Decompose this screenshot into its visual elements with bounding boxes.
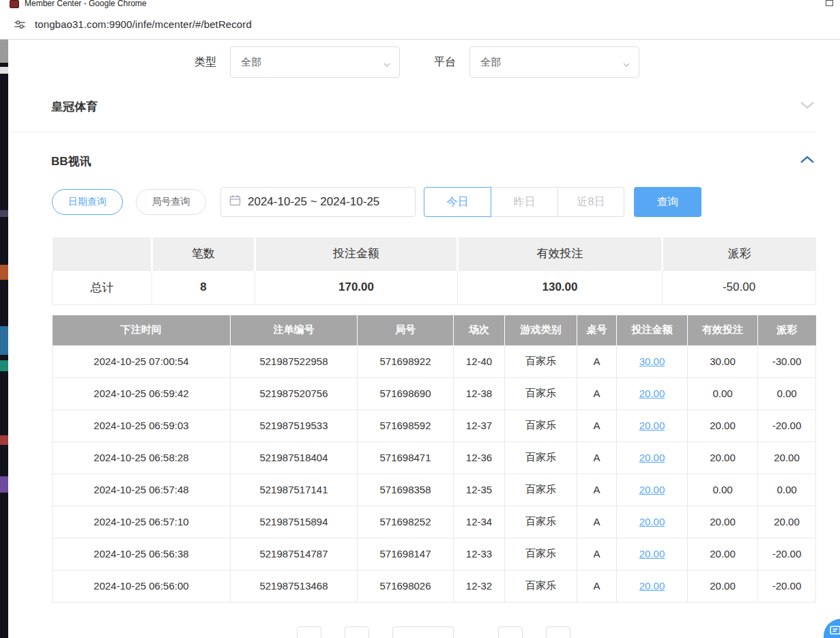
col-order-no: 注单编号 (231, 315, 358, 345)
date-range-input[interactable]: 2024-10-25 ~ 2024-10-25 (220, 187, 416, 217)
col-bet-time: 下注时间 (53, 315, 231, 345)
chevron-up-icon (799, 155, 815, 167)
tab-date-query[interactable]: 日期查询 (52, 189, 123, 215)
maximize-icon[interactable] (826, 0, 833, 6)
pagination-page-size-select[interactable] (392, 626, 454, 638)
strip-fragment (0, 265, 8, 280)
bet-amount-link[interactable]: 20.00 (639, 452, 665, 463)
cell-valid-bet: 20.00 (688, 506, 758, 538)
pagination-prev-button[interactable] (297, 626, 321, 638)
cell-order-no: 521987522958 (231, 345, 358, 377)
cell-time: 2024-10-25 06:59:03 (53, 409, 231, 441)
section-bb-video[interactable]: BB视讯 (51, 143, 815, 179)
cell-payout: -20.00 (758, 570, 816, 602)
calendar-icon (229, 194, 241, 209)
cell-payout: 20.00 (758, 441, 816, 474)
cell-round-no: 571698690 (358, 377, 454, 409)
last-8-days-button[interactable]: 近8日 (558, 187, 624, 217)
cell-table-no: A (577, 474, 617, 506)
pagination-jump-input[interactable] (546, 626, 570, 638)
bet-amount-link[interactable]: 20.00 (639, 484, 665, 495)
app-favicon-icon (10, 0, 19, 8)
cell-session: 12-40 (454, 345, 505, 377)
platform-filter-value: 全部 (480, 56, 501, 69)
pagination-page-button[interactable] (345, 626, 369, 638)
cell-table-no: A (577, 506, 617, 538)
cell-payout: -20.00 (758, 409, 816, 441)
table-row: 2024-10-25 06:57:10 521987515894 5716982… (53, 506, 816, 538)
cell-order-no: 521987515894 (231, 506, 358, 538)
section-title: BB视讯 (51, 154, 91, 169)
table-row: 2024-10-25 06:59:03 521987519533 5716985… (53, 409, 816, 441)
cell-payout: 0.00 (758, 474, 816, 506)
strip-fragment (0, 67, 8, 74)
platform-filter-select[interactable]: 全部 (469, 46, 639, 78)
cell-time: 2024-10-25 06:57:48 (53, 474, 231, 506)
col-bet-amount: 投注金额 (617, 315, 688, 345)
cell-payout: -20.00 (758, 538, 816, 570)
bet-amount-link[interactable]: 20.00 (639, 548, 665, 560)
bet-amount-link[interactable]: 20.00 (639, 388, 665, 399)
summary-valid-value: 130.00 (458, 270, 663, 304)
background-window-strip (0, 40, 8, 638)
cell-time: 2024-10-25 06:58:28 (53, 441, 231, 474)
cell-valid-bet: 0.00 (688, 377, 758, 409)
cell-table-no: A (577, 538, 617, 570)
strip-fragment (0, 360, 8, 371)
cell-table-no: A (577, 409, 617, 441)
cell-order-no: 521987513468 (231, 570, 358, 602)
type-filter-select[interactable]: 全部 (230, 46, 400, 78)
cell-round-no: 571698358 (358, 474, 454, 506)
cell-game: 百家乐 (505, 441, 577, 474)
cell-round-no: 571698252 (358, 506, 454, 538)
cell-order-no: 521987518404 (231, 441, 358, 474)
summary-header-payout: 派彩 (663, 237, 816, 270)
cell-time: 2024-10-25 06:56:38 (53, 538, 231, 570)
bet-amount-link[interactable]: 30.00 (639, 356, 665, 367)
cell-round-no: 571698147 (358, 538, 454, 570)
cell-game: 百家乐 (505, 474, 577, 506)
summary-header-blank (53, 237, 152, 270)
cell-table-no: A (577, 570, 617, 602)
date-range-value: 2024-10-25 ~ 2024-10-25 (248, 195, 379, 209)
pagination-next-button[interactable] (498, 626, 523, 638)
tab-round-query[interactable]: 局号查询 (136, 189, 206, 215)
summary-header-count: 笔数 (152, 237, 255, 270)
section-crown-sports[interactable]: 皇冠体育 (51, 89, 815, 124)
url-text[interactable]: tongbao31.com:9900/infe/mcenter/#/betRec… (35, 18, 252, 30)
cell-round-no: 571698922 (358, 345, 454, 377)
browser-window: Member Center - Google Chrome tongbao31.… (0, 0, 840, 638)
page-content: 类型 全部 平台 全部 皇冠体育 BB视讯 (8, 40, 840, 638)
table-row: 2024-10-25 06:59:42 521987520756 5716986… (53, 377, 816, 409)
bet-amount-link[interactable]: 20.00 (639, 420, 665, 431)
summary-total-label: 总计 (53, 270, 152, 304)
search-button[interactable]: 查询 (634, 187, 701, 217)
cell-valid-bet: 20.00 (688, 441, 758, 474)
today-button[interactable]: 今日 (424, 187, 491, 217)
strip-fragment (0, 476, 8, 493)
yesterday-button[interactable]: 昨日 (491, 187, 558, 217)
table-row: 2024-10-25 07:00:54 521987522958 5716989… (53, 345, 816, 377)
site-settings-icon[interactable] (14, 18, 26, 31)
cell-payout: -30.00 (758, 345, 816, 377)
cell-session: 12-36 (454, 441, 505, 474)
cell-round-no: 571698026 (358, 570, 454, 602)
cell-valid-bet: 30.00 (688, 345, 758, 377)
bet-amount-link[interactable]: 20.00 (639, 580, 665, 592)
chevron-down-icon (622, 59, 631, 71)
cell-game: 百家乐 (505, 409, 577, 441)
summary-table: 笔数 投注金额 有效投注 派彩 总计 8 170.00 130.00 -50.0… (52, 237, 816, 305)
summary-total-row: 总计 8 170.00 130.00 -50.00 (53, 270, 816, 304)
cell-payout: 20.00 (758, 506, 816, 538)
col-game-type: 游戏类别 (505, 315, 577, 345)
cell-game: 百家乐 (505, 506, 577, 538)
table-row: 2024-10-25 06:58:28 521987518404 5716984… (53, 441, 816, 474)
cell-session: 12-34 (454, 506, 505, 538)
cell-valid-bet: 0.00 (688, 474, 758, 506)
bet-amount-link[interactable]: 20.00 (639, 516, 665, 527)
cell-session: 12-35 (454, 474, 505, 506)
table-row: 2024-10-25 06:56:38 521987514787 5716981… (53, 538, 816, 570)
cell-payout: 0.00 (758, 377, 816, 409)
cell-time: 2024-10-25 06:57:10 (53, 506, 231, 538)
cell-game: 百家乐 (505, 377, 577, 409)
